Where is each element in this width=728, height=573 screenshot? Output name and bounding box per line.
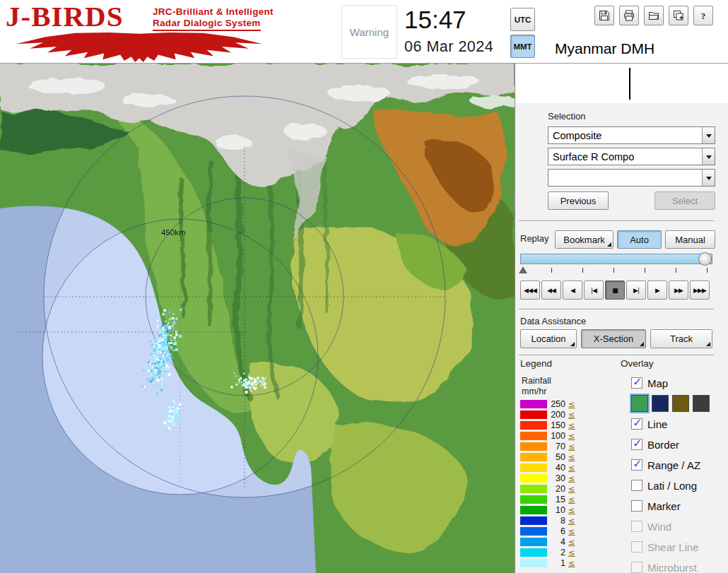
- play-button[interactable]: ▶: [647, 280, 667, 300]
- replay-timeline-slider[interactable]: [520, 254, 712, 264]
- legend-threshold-link[interactable]: ≤: [568, 410, 575, 420]
- svg-text:?: ?: [701, 11, 706, 21]
- save-icon: [598, 9, 611, 22]
- replay-slider-thumb[interactable]: [698, 252, 712, 266]
- legend-swatch: [520, 421, 547, 430]
- legend-threshold-link[interactable]: ≤: [568, 484, 575, 494]
- x-section-button[interactable]: X-Section: [581, 329, 646, 348]
- clock-time: 15:47: [404, 4, 466, 35]
- rewind-to-start-button[interactable]: ◀◀◀: [520, 280, 540, 300]
- legend-threshold-link[interactable]: ≤: [568, 537, 575, 547]
- track-button[interactable]: Track: [650, 329, 712, 348]
- checkbox-border[interactable]: [631, 439, 642, 450]
- legend-threshold-link[interactable]: ≤: [568, 442, 575, 451]
- selection-combo-2[interactable]: Surface R Compo: [548, 148, 715, 165]
- legend-swatch: [520, 538, 547, 546]
- legend-row: 2≤: [520, 548, 587, 557]
- overlay-row-border: Border: [631, 435, 727, 454]
- combo-value: Surface R Compo: [548, 148, 702, 165]
- legend-threshold-link[interactable]: ≤: [568, 495, 575, 504]
- legend-threshold-link[interactable]: ≤: [568, 505, 575, 515]
- overlay-label-range-az: Range / AZ: [647, 459, 700, 471]
- folder-icon: [647, 9, 660, 22]
- legend-swatch: [520, 442, 547, 451]
- legend-threshold-link[interactable]: ≤: [568, 558, 575, 568]
- map-style-row: [631, 394, 710, 413]
- overlay-label-microburst: Microburst: [647, 562, 697, 573]
- legend-row: 30≤: [520, 473, 587, 483]
- overlay-row-range-az: Range / AZ: [631, 456, 727, 474]
- checkbox-line[interactable]: [631, 418, 642, 430]
- legend-threshold-link[interactable]: ≤: [568, 420, 575, 430]
- checkbox-marker[interactable]: [631, 500, 642, 512]
- checkbox-range-az[interactable]: [631, 459, 642, 471]
- combo-arrow-icon[interactable]: [702, 127, 715, 143]
- map-style-swatch-4[interactable]: [693, 395, 710, 412]
- checkbox-map[interactable]: [631, 377, 642, 389]
- toolbar-folder-button[interactable]: [644, 6, 664, 25]
- toolbar-help-button[interactable]: ?: [693, 6, 713, 25]
- app-logo-title: J-BIRDS: [6, 1, 123, 31]
- step-back-button[interactable]: |◀: [584, 280, 604, 300]
- fast-rewind-button[interactable]: ◀◀: [541, 280, 561, 300]
- app-logo-subtitle: JRC-Brilliant & Intelligent Radar Dialog…: [153, 6, 274, 31]
- overlay-row-line: Line: [631, 415, 727, 433]
- text-entry-area[interactable]: [515, 64, 728, 103]
- checkbox-lati-long[interactable]: [631, 480, 642, 491]
- timezone-mmt-button[interactable]: MMT: [510, 35, 535, 58]
- legend-value: 100: [547, 431, 565, 441]
- legend-threshold-link[interactable]: ≤: [568, 452, 575, 462]
- map-style-swatch-2[interactable]: [652, 395, 669, 412]
- divider: [519, 355, 714, 356]
- legend-swatch: [520, 463, 547, 472]
- slider-position-marker[interactable]: [519, 266, 527, 273]
- select-button[interactable]: Select: [654, 191, 715, 210]
- legend-section-label: Legend: [520, 358, 552, 369]
- previous-button[interactable]: Previous: [548, 191, 609, 210]
- radar-map-viewport[interactable]: 450km: [0, 64, 515, 573]
- legend-value: 70: [547, 442, 565, 451]
- toolbar-save-button[interactable]: [594, 6, 614, 25]
- overlay-label-border: Border: [647, 439, 679, 451]
- range-ring-label: 450km: [161, 228, 186, 237]
- replay-manual-button[interactable]: Manual: [665, 230, 715, 249]
- replay-auto-button[interactable]: Auto: [617, 230, 662, 249]
- selection-combo-3[interactable]: [548, 169, 715, 187]
- location-button[interactable]: Location: [520, 329, 577, 348]
- legend-value: 4: [547, 537, 565, 547]
- combo-arrow-icon[interactable]: [702, 170, 715, 186]
- legend-row: 150≤: [520, 420, 587, 430]
- bookmark-button[interactable]: Bookmark: [555, 230, 613, 249]
- stop-button[interactable]: ■: [605, 280, 625, 300]
- legend-threshold-link[interactable]: ≤: [568, 463, 575, 473]
- toolbar-capture-button[interactable]: [669, 6, 688, 25]
- legend-threshold-link[interactable]: ≤: [568, 548, 575, 557]
- map-style-swatch-3[interactable]: [672, 395, 689, 412]
- legend-threshold-link[interactable]: ≤: [568, 526, 575, 536]
- combo-arrow-icon[interactable]: [702, 148, 715, 165]
- fast-forward-button[interactable]: ▶▶: [669, 280, 688, 300]
- checkbox-shear-line[interactable]: [631, 541, 642, 553]
- timezone-utc-button[interactable]: UTC: [510, 8, 535, 31]
- selection-combo-1[interactable]: Composite: [548, 126, 715, 144]
- legend-value: 8: [547, 516, 565, 526]
- warning-indicator[interactable]: Warning: [341, 5, 397, 59]
- legend-threshold-link[interactable]: ≤: [568, 473, 575, 483]
- toolbar-print-button[interactable]: [619, 6, 639, 25]
- map-style-swatch-1[interactable]: [631, 395, 648, 412]
- overlay-section-label: Overlay: [621, 358, 654, 369]
- radar-map[interactable]: 450km: [0, 64, 515, 573]
- legend-threshold-link[interactable]: ≤: [568, 516, 575, 526]
- forward-to-end-button[interactable]: ▶▶▶: [690, 280, 710, 300]
- play-backward-button[interactable]: ◀: [563, 280, 582, 300]
- checkbox-wind[interactable]: [631, 521, 642, 532]
- legend-threshold-link[interactable]: ≤: [568, 431, 575, 441]
- legend-row: 250≤: [520, 399, 587, 409]
- legend-swatch: [520, 548, 547, 557]
- checkbox-microburst[interactable]: [631, 562, 642, 573]
- step-forward-button[interactable]: ▶|: [626, 280, 646, 300]
- text-cursor: [629, 68, 630, 100]
- legend-row: 15≤: [520, 495, 587, 504]
- legend-threshold-link[interactable]: ≤: [568, 399, 575, 409]
- slider-tick: [613, 268, 614, 273]
